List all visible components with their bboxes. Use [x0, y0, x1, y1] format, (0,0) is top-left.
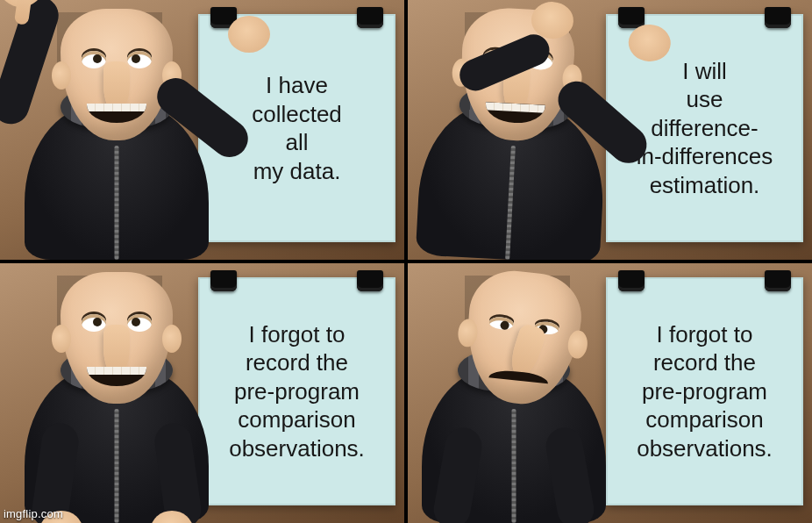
zipper-icon: [512, 409, 516, 523]
eye-icon: [82, 314, 106, 332]
meme-grid: I havecollectedallmy data.: [0, 0, 812, 523]
binder-clip-icon: [618, 7, 645, 28]
binder-clip-icon: [357, 270, 383, 291]
binder-clip-icon: [618, 270, 645, 291]
mouth-icon: [485, 102, 545, 125]
easel-board: I forgot torecord thepre-programcomparis…: [198, 277, 395, 505]
gru-character: [16, 276, 217, 523]
ear-icon: [52, 61, 71, 90]
panel-caption: I havecollectedallmy data.: [252, 71, 342, 185]
panel-caption: I forgot torecord thepre-programcomparis…: [229, 320, 365, 463]
easel-board: I forgot torecord thepre-programcomparis…: [606, 277, 803, 505]
meme-panel-3: I forgot torecord thepre-programcomparis…: [0, 263, 404, 523]
ear-icon: [52, 325, 71, 353]
binder-clip-icon: [765, 7, 791, 28]
watermark: imgflip.com: [4, 507, 63, 520]
gru-character: [408, 7, 621, 260]
panel-caption: I forgot torecord thepre-programcomparis…: [637, 320, 773, 463]
ear-icon: [457, 318, 479, 347]
meme-panel-4: I forgot torecord thepre-programcomparis…: [408, 263, 812, 523]
zipper-icon: [505, 146, 516, 260]
zipper-icon: [115, 146, 119, 260]
eye-icon: [488, 316, 514, 331]
mouth-icon: [87, 367, 146, 386]
binder-clip-icon: [765, 270, 791, 291]
eye-icon: [127, 51, 152, 68]
meme-panel-2: I willusedifference-in-differencesestima…: [408, 0, 812, 260]
ear-icon: [566, 330, 588, 360]
meme-panel-1: I havecollectedallmy data.: [0, 0, 404, 260]
eye-icon: [82, 51, 106, 68]
eye-icon: [127, 314, 152, 332]
zipper-icon: [115, 409, 119, 523]
ear-icon: [162, 325, 182, 353]
mouth-icon: [488, 369, 549, 383]
gru-arm: [0, 0, 63, 129]
gru-character: [16, 12, 217, 260]
binder-clip-icon: [357, 7, 383, 28]
panel-caption: I willusedifference-in-differencesestima…: [637, 57, 773, 200]
gru-character: [413, 276, 615, 523]
gru-hand: [228, 16, 270, 53]
mouth-icon: [87, 104, 146, 123]
